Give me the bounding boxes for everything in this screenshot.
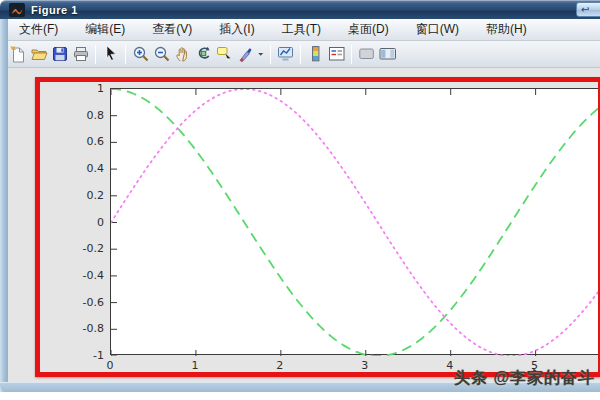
red-annotation-rectangle <box>35 77 600 377</box>
screen: Figure 1 ↩ 文件(F)编辑(E)查看(V)插入(I)工具(T)桌面(D… <box>0 0 600 400</box>
watermark-text: 头条 @李家的奋斗 <box>454 368 595 389</box>
